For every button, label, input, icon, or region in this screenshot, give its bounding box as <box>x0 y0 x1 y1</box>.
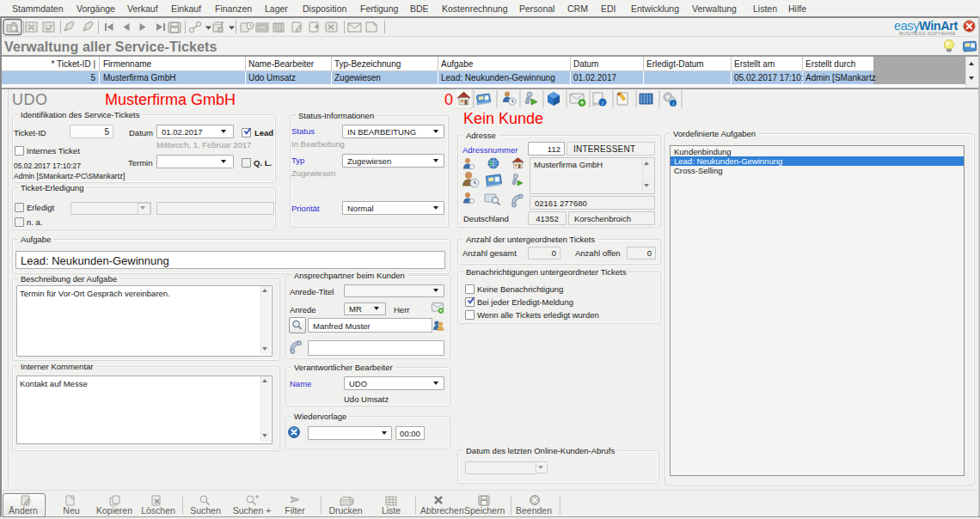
svg-text:i: i <box>602 100 603 106</box>
